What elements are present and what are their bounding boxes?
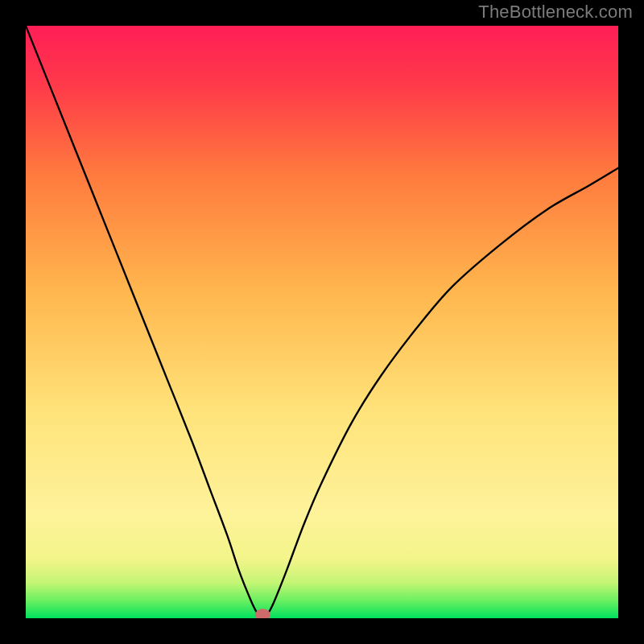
watermark-text: TheBottleneck.com	[478, 2, 633, 23]
bottleneck-chart	[26, 26, 618, 618]
chart-frame: TheBottleneck.com	[0, 0, 644, 644]
chart-background	[26, 26, 618, 618]
